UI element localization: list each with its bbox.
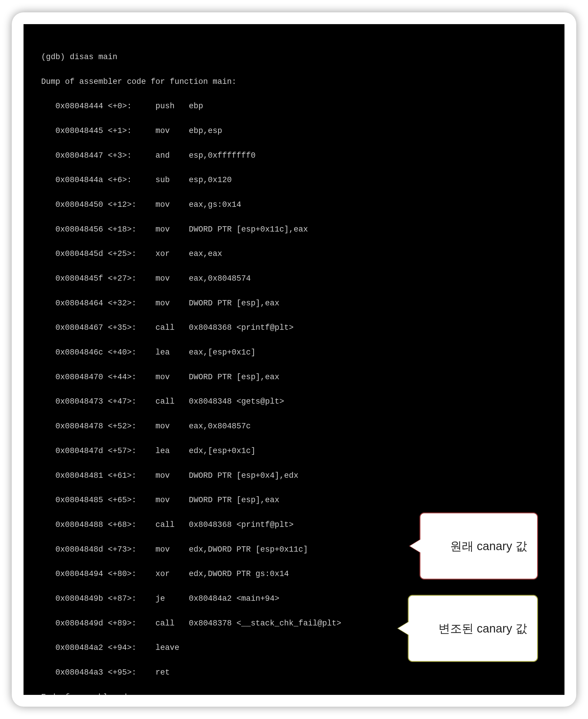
asm-line: 0x08048478 <+52>: mov eax,0x804857c bbox=[41, 420, 547, 433]
asm-line: 0x08048450 <+12>: mov eax,gs:0x14 bbox=[41, 199, 547, 211]
asm-line: 0x08048485 <+65>: mov DWORD PTR [esp],ea… bbox=[41, 494, 547, 507]
asm-line: 0x08048470 <+44>: mov DWORD PTR [esp],ea… bbox=[41, 371, 547, 384]
terminal-window: (gdb) disas main Dump of assembler code … bbox=[23, 24, 565, 695]
asm-line: 0x08048444 <+0>: push ebp bbox=[41, 100, 547, 113]
gdb-cmd-disas: (gdb) disas main bbox=[41, 51, 547, 64]
asm-line: 0x08048447 <+3>: and esp,0xfffffff0 bbox=[41, 150, 547, 162]
callout-label: 변조된 canary 값 bbox=[438, 622, 527, 635]
asm-line: 0x08048445 <+1>: mov ebp,esp bbox=[41, 125, 547, 137]
callout-original-canary: 원래 canary 값 bbox=[420, 512, 538, 579]
asm-line: 0x0804845d <+25>: xor eax,eax bbox=[41, 248, 547, 260]
screenshot-frame: (gdb) disas main Dump of assembler code … bbox=[12, 12, 576, 707]
asm-line: 0x08048473 <+47>: call 0x8048348 <gets@p… bbox=[41, 396, 547, 408]
asm-line: 0x0804847d <+57>: lea edx,[esp+0x1c] bbox=[41, 445, 547, 457]
asm-line: 0x080484a3 <+95>: ret bbox=[41, 666, 547, 679]
asm-line: 0x0804844a <+6>: sub esp,0x120 bbox=[41, 174, 547, 186]
asm-dump-end: End of assembler dump. bbox=[41, 691, 547, 695]
asm-line: 0x08048481 <+61>: mov DWORD PTR [esp+0x4… bbox=[41, 470, 547, 482]
asm-line: 0x08048456 <+18>: mov DWORD PTR [esp+0x1… bbox=[41, 224, 547, 236]
asm-dump-header: Dump of assembler code for function main… bbox=[41, 76, 547, 88]
asm-line: 0x0804846c <+40>: lea eax,[esp+0x1c] bbox=[41, 347, 547, 359]
asm-line: 0x08048467 <+35>: call 0x8048368 <printf… bbox=[41, 322, 547, 334]
callout-tampered-canary: 변조된 canary 값 bbox=[408, 595, 538, 662]
asm-line: 0x0804845f <+27>: mov eax,0x8048574 bbox=[41, 273, 547, 285]
callout-label: 원래 canary 값 bbox=[450, 539, 527, 553]
asm-line: 0x08048464 <+32>: mov DWORD PTR [esp],ea… bbox=[41, 297, 547, 310]
